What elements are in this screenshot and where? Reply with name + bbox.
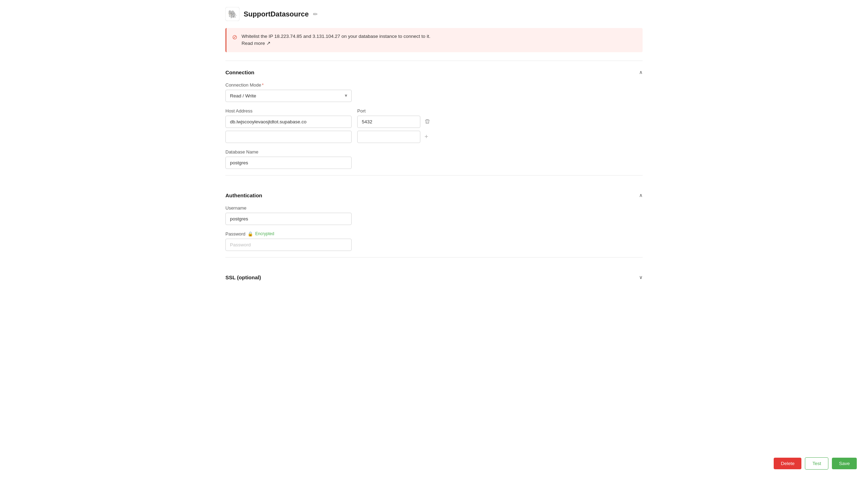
divider-ssl [225, 257, 643, 258]
host-address-input[interactable] [225, 116, 352, 128]
connection-chevron-icon: ∧ [639, 69, 643, 75]
test-button[interactable]: Test [805, 457, 828, 470]
edit-icon[interactable]: ✏ [313, 11, 318, 18]
connection-section-header[interactable]: Connection ∧ [225, 69, 643, 75]
connection-mode-label: Connection Mode* [225, 82, 643, 88]
encrypted-badge: Encrypted [255, 231, 274, 236]
auth-chevron-icon: ∧ [639, 192, 643, 198]
port-group: Port [357, 108, 432, 128]
password-label: Password [225, 231, 245, 237]
username-label: Username [225, 205, 352, 211]
ssl-section: SSL (optional) ∨ [225, 266, 643, 280]
ssl-chevron-icon: ∨ [639, 274, 643, 280]
port-label: Port [357, 108, 432, 114]
alert-icon: ⊘ [232, 33, 237, 41]
connection-section-title: Connection [225, 69, 255, 75]
host-address-group: Host Address [225, 108, 352, 128]
host-address-extra-input[interactable] [225, 131, 352, 143]
database-name-group: Database Name [225, 149, 352, 169]
username-input[interactable] [225, 213, 352, 225]
ssl-section-title: SSL (optional) [225, 274, 261, 280]
alert-read-more-link[interactable]: Read more ↗ [242, 40, 271, 47]
page: 🐘 SupportDatasource ✏ ⊘ Whitelist the IP… [217, 0, 651, 478]
password-label-row: Password 🔒 Encrypted [225, 231, 352, 237]
delete-button[interactable]: Delete [774, 458, 801, 469]
port-input[interactable] [357, 116, 420, 128]
delete-port-button[interactable] [423, 117, 432, 126]
auth-section-title: Authentication [225, 192, 262, 198]
password-input[interactable] [225, 239, 352, 251]
footer-actions: Delete Test Save [774, 457, 857, 470]
add-host-button[interactable]: + [423, 132, 430, 142]
auth-section-header[interactable]: Authentication ∧ [225, 192, 643, 198]
ssl-section-header[interactable]: SSL (optional) ∨ [225, 274, 643, 280]
connection-section: Connection ∧ Connection Mode* Read / Wri… [225, 69, 643, 169]
connection-mode-group: Connection Mode* Read / Write Read Only … [225, 82, 643, 102]
authentication-section: Authentication ∧ Username Password 🔒 Enc… [225, 184, 643, 251]
password-group: Password 🔒 Encrypted [225, 231, 352, 251]
divider-connection [225, 61, 643, 61]
lock-icon: 🔒 [247, 231, 253, 237]
alert-text: Whitelist the IP 18.223.74.85 and 3.131.… [242, 33, 430, 47]
database-name-input[interactable] [225, 157, 352, 169]
port-extra-group: + [357, 131, 430, 143]
username-group: Username [225, 205, 352, 225]
divider-auth [225, 175, 643, 176]
header: 🐘 SupportDatasource ✏ [225, 7, 643, 21]
svg-text:🐘: 🐘 [228, 9, 238, 19]
connection-mode-select-wrapper: Read / Write Read Only ▼ [225, 90, 352, 102]
host-address-label: Host Address [225, 108, 352, 114]
alert-banner: ⊘ Whitelist the IP 18.223.74.85 and 3.13… [225, 28, 643, 52]
host-address-extra-group [225, 131, 352, 143]
database-name-label: Database Name [225, 149, 352, 155]
port-extra-input[interactable] [357, 131, 420, 143]
datasource-title: SupportDatasource [244, 10, 309, 18]
save-button[interactable]: Save [832, 458, 857, 469]
postgres-logo: 🐘 [225, 7, 239, 21]
connection-mode-select[interactable]: Read / Write Read Only [225, 90, 352, 102]
